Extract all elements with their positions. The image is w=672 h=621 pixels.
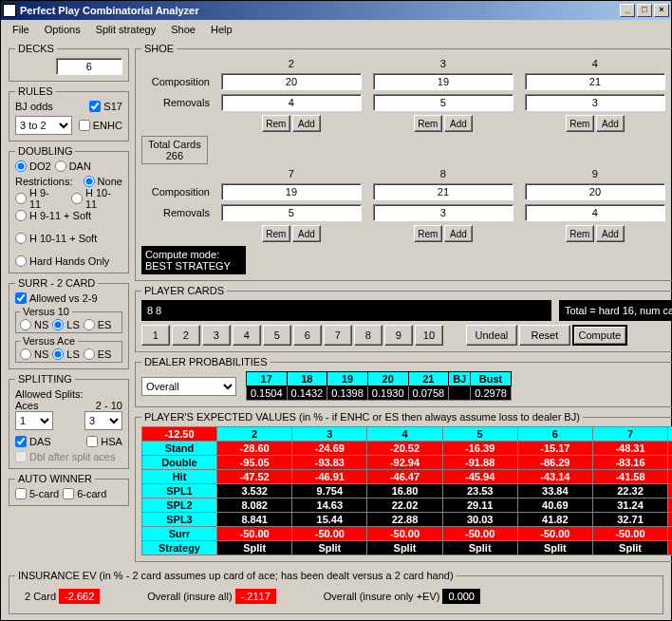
card-button-10[interactable]: 10 [415, 325, 443, 346]
player-total-display: Total = hard 16, num cards = 2 [559, 300, 672, 321]
card-button-6[interactable]: 6 [293, 325, 322, 346]
dan-radio[interactable] [55, 160, 66, 172]
vA-es[interactable] [84, 348, 95, 360]
decks-input[interactable] [56, 58, 122, 75]
shoe-add-button[interactable]: Add [444, 225, 473, 242]
shoe-rem-input[interactable] [221, 204, 362, 221]
vA-ls[interactable] [52, 348, 64, 360]
card-button-7[interactable]: 7 [324, 325, 352, 346]
doubling-group: DOUBLING DO2 DAN Restrictions: None H 9-… [9, 145, 129, 273]
card-button-4[interactable]: 4 [233, 325, 261, 346]
shoe-rem-button[interactable]: Rem [262, 225, 290, 242]
shoe-add-button[interactable]: Add [292, 225, 321, 242]
shoe-rem-button[interactable]: Rem [566, 115, 594, 132]
dealer-prob-group: DEALER PROBABILITIES Overall 1718192021B… [135, 356, 672, 407]
shoe-add-button[interactable]: Add [596, 115, 625, 132]
shoe-rem-button[interactable]: Rem [414, 115, 442, 132]
shoe-group: SHOE 23456CompositionRemovalsRemAddRemAd… [135, 43, 672, 281]
h1011s-radio[interactable] [15, 233, 27, 244]
restrict-none-radio[interactable] [84, 176, 95, 187]
card-button-1[interactable]: 1 [141, 325, 170, 346]
player-cards-group: PLAYER CARDS 8 8 Total = hard 16, num ca… [135, 285, 672, 352]
close-button[interactable]: × [654, 4, 669, 17]
aces-select[interactable]: 1 [15, 411, 53, 430]
v10-es[interactable] [84, 319, 95, 330]
decks-group: DECKS [9, 43, 129, 82]
shoe-comp-input[interactable] [525, 183, 665, 200]
shoe-rem-button[interactable]: Rem [414, 225, 442, 242]
shoe-rem-input[interactable] [525, 94, 665, 111]
title-text: Perfect Play Combinatorial Analyzer [20, 5, 199, 16]
decks-legend: DECKS [15, 43, 57, 54]
shoe-hdr: 4 [525, 58, 665, 69]
menu-help[interactable]: Help [203, 22, 240, 37]
titlebar: Perfect Play Combinatorial Analyzer _ □ … [1, 1, 671, 20]
shoe-rem-input[interactable] [373, 204, 513, 221]
bj-odds-select[interactable]: 3 to 2 [15, 116, 72, 135]
dealer-overall-select[interactable]: Overall [141, 377, 236, 396]
menu-options[interactable]: Options [37, 22, 88, 37]
rules-group: RULES BJ odds S17 3 to 2 ENHC [9, 85, 129, 141]
shoe-add-button[interactable]: Add [292, 115, 321, 132]
ins-2card-val: -2.662 [59, 589, 100, 604]
shoe-add-button[interactable]: Add [444, 115, 473, 132]
card-button-2[interactable]: 2 [172, 325, 200, 346]
menu-shoe[interactable]: Shoe [163, 22, 203, 37]
shoe-comp-input[interactable] [373, 183, 513, 200]
h1011-radio[interactable] [71, 193, 83, 204]
v10-ls[interactable] [52, 319, 64, 330]
hsa-checkbox[interactable] [86, 436, 98, 447]
reset-button[interactable]: Reset [519, 325, 570, 346]
card-button-8[interactable]: 8 [354, 325, 383, 346]
minimize-button[interactable]: _ [620, 4, 635, 17]
shoe-rem-input[interactable] [221, 94, 362, 111]
surr-legend: SURR - 2 CARD [15, 277, 98, 289]
bj-odds-label: BJ odds [15, 101, 53, 112]
menu-file[interactable]: File [5, 22, 37, 37]
das-checkbox[interactable] [15, 436, 27, 447]
hh-radio[interactable] [15, 255, 27, 267]
maximize-button[interactable]: □ [637, 4, 652, 17]
shoe-rem-button[interactable]: Rem [262, 115, 290, 132]
shoe-hdr: 9 [525, 168, 665, 179]
ins-overall-val: -.2117 [235, 589, 276, 604]
vA-ns[interactable] [20, 348, 31, 360]
ev-group: PLAYER'S EXPECTED VALUES (in % - if ENHC… [135, 411, 672, 562]
c6-checkbox[interactable] [63, 488, 74, 499]
app-icon [3, 4, 16, 17]
shoe-rem-input[interactable] [373, 94, 513, 111]
s17-checkbox[interactable] [89, 101, 101, 112]
autowinner-group: AUTO WINNER 5-card 6-card [9, 473, 129, 506]
v10-ns[interactable] [20, 319, 31, 330]
rules-legend: RULES [15, 85, 56, 97]
h911s-radio[interactable] [15, 210, 27, 221]
shoe-add-button[interactable]: Add [596, 225, 625, 242]
menu-split-strategy[interactable]: Split strategy [88, 22, 164, 37]
shoe-rem-button[interactable]: Rem [566, 225, 594, 242]
shoe-hdr: 2 [221, 58, 362, 69]
undeal-button[interactable]: Undeal [466, 325, 517, 346]
card-button-3[interactable]: 3 [202, 325, 231, 346]
shoe-hdr: 8 [373, 168, 513, 179]
shoe-comp-input[interactable] [525, 73, 665, 90]
h911-radio[interactable] [15, 193, 27, 204]
shoe-comp-input[interactable] [221, 73, 362, 90]
insurance-group: INSURANCE EV (in % - 2 card assumes up c… [9, 570, 663, 614]
r210-select[interactable]: 3 [84, 411, 122, 430]
splitting-group: SPLITTING Allowed Splits: Aces 2 - 10 1 … [9, 373, 129, 469]
shoe-comp-input[interactable] [373, 73, 513, 90]
surr-allowed-checkbox[interactable] [15, 292, 27, 304]
doubling-legend: DOUBLING [15, 145, 75, 157]
shoe-rem-input[interactable] [525, 204, 665, 221]
total-cards-box: Total Cards 266 [141, 136, 208, 164]
card-button-5[interactable]: 5 [263, 325, 291, 346]
shoe-hdr: 7 [221, 168, 362, 179]
shoe-comp-input[interactable] [221, 183, 362, 200]
compute-button[interactable]: Compute [572, 325, 627, 346]
c5-checkbox[interactable] [15, 488, 27, 499]
do2-radio[interactable] [15, 160, 27, 172]
enhc-checkbox[interactable] [79, 120, 90, 131]
shoe-hdr: 3 [373, 58, 513, 69]
card-button-9[interactable]: 9 [384, 325, 413, 346]
dbl-after-checkbox [15, 451, 27, 462]
